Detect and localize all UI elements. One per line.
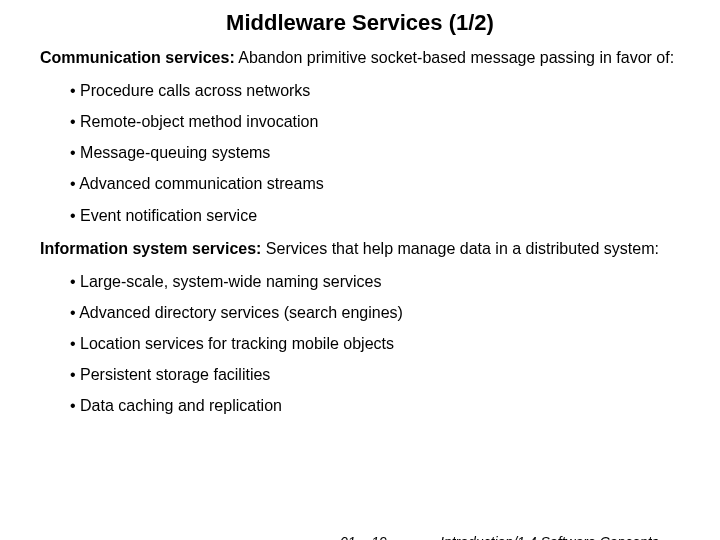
list-item: Location services for tracking mobile ob… (70, 334, 680, 353)
section1-label: Communication services: (40, 49, 235, 66)
list-item: Data caching and replication (70, 396, 680, 415)
list-item: Large-scale, system-wide naming services (70, 272, 680, 291)
list-item: Advanced directory services (search engi… (70, 303, 680, 322)
list-item: Procedure calls across networks (70, 81, 680, 100)
section1-intro: Communication services: Abandon primitiv… (40, 48, 680, 69)
section2-bullets: Large-scale, system-wide naming services… (70, 272, 680, 416)
section2-label: Information system services: (40, 240, 261, 257)
section2-text: Services that help manage data in a dist… (261, 240, 659, 257)
list-item: Remote-object method invocation (70, 112, 680, 131)
slide-title: Middleware Services (1/2) (40, 10, 680, 36)
section1-text: Abandon primitive socket-based message p… (235, 49, 674, 66)
footer-chapter: Introduction/1.4 Software Concepts (440, 534, 659, 540)
section2-intro: Information system services: Services th… (40, 239, 680, 260)
list-item: Event notification service (70, 206, 680, 225)
list-item: Persistent storage facilities (70, 365, 680, 384)
list-item: Advanced communication streams (70, 174, 680, 193)
list-item: Message-queuing systems (70, 143, 680, 162)
section1-bullets: Procedure calls across networks Remote-o… (70, 81, 680, 225)
footer-page: 01 – 19 (340, 534, 387, 540)
